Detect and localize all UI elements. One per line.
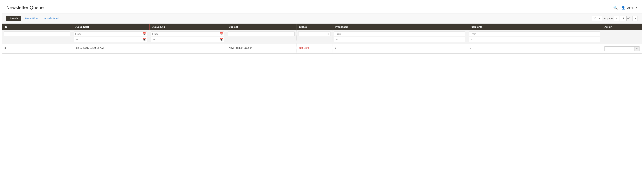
col-status: Status (296, 24, 332, 30)
per-page-select[interactable]: 10 20 30 50 100 200 (592, 16, 602, 21)
search-icon[interactable]: 🔍 (613, 5, 618, 10)
col-id: ID (2, 24, 72, 30)
calendar-icon-queue-start-to[interactable]: 📅 (142, 38, 146, 41)
filter-subject-cell (226, 30, 296, 44)
username-label: admin (627, 6, 634, 9)
calendar-icon-queue-end-to[interactable]: 📅 (220, 38, 223, 41)
filter-queue-start-from-wrap: 📅 (74, 31, 147, 36)
filter-processed-to-input[interactable] (334, 37, 465, 42)
filter-queue-start-to-input[interactable] (75, 38, 142, 41)
per-page-label: per page (603, 17, 612, 20)
toolbar-left: Search Reset Filter 1 records found (6, 16, 59, 21)
search-button[interactable]: Search (6, 16, 22, 21)
filter-recipients-from-input[interactable] (469, 31, 600, 36)
filter-processed-cell (332, 30, 467, 44)
reset-filter-link[interactable]: Reset Filter (25, 17, 38, 20)
header: Newsletter Queue 🔍 👤 admin ▼ (2, 2, 642, 13)
filter-queue-start-cell: 📅 📅 (72, 30, 149, 44)
filter-status-cell: Not Sent Sent ▼ (296, 30, 332, 44)
user-icon: 👤 (621, 6, 625, 10)
filter-queue-end-from-input[interactable] (152, 33, 219, 35)
main-table: ID Queue Start ↑ Queue End Subject Statu… (2, 24, 642, 54)
filter-queue-end-to-wrap: 📅 (151, 37, 224, 42)
user-dropdown-icon: ▼ (636, 6, 638, 9)
filter-action-cell (602, 30, 642, 44)
pagination-current-page: 1 (620, 16, 626, 21)
table-wrap: ID Queue Start ↑ Queue End Subject Statu… (2, 24, 642, 54)
toolbar: Search Reset Filter 1 records found 10 2… (2, 13, 642, 24)
filter-id-input[interactable] (4, 31, 70, 36)
calendar-icon-queue-end-from[interactable]: 📅 (220, 32, 223, 36)
filter-row: 📅 📅 📅 (2, 30, 642, 44)
filter-id-cell (2, 30, 72, 44)
filter-status-select-arrow[interactable]: ▼ (326, 32, 330, 36)
action-select[interactable]: View Delete (605, 47, 634, 51)
filter-recipients-to-input[interactable] (469, 37, 600, 42)
per-page-select-wrap: 10 20 30 50 100 200 per page (592, 16, 612, 21)
filter-subject-input[interactable] (228, 31, 294, 36)
filter-status-select-wrap: Not Sent Sent ▼ (298, 31, 330, 36)
row-subject-cell: New Product Launch (226, 44, 296, 54)
filter-processed-from-input[interactable] (334, 31, 465, 36)
filter-queue-end-from-wrap: 📅 (151, 31, 224, 36)
col-processed: Processed (332, 24, 467, 30)
pagination-of-label: of 1 (627, 17, 632, 20)
filter-status-select[interactable]: Not Sent Sent (298, 32, 326, 36)
row-processed-cell: 0 (332, 44, 467, 54)
action-select-arrow[interactable]: ▼ (634, 47, 639, 51)
filter-queue-start-to-wrap: 📅 (74, 37, 147, 42)
col-queue-end[interactable]: Queue End (149, 24, 226, 30)
toolbar-right: 10 20 30 50 100 200 per page < 1 of 1 > (592, 16, 638, 21)
filter-queue-start-from-input[interactable] (75, 33, 142, 35)
filter-queue-end-to-input[interactable] (152, 38, 219, 41)
row-recipients-cell: 0 (467, 44, 602, 54)
header-right: 🔍 👤 admin ▼ (613, 5, 638, 10)
table-row: 3 Feb 2, 2021, 10:10:16 AM ---- New Prod… (2, 44, 642, 54)
col-queue-start[interactable]: Queue Start ↑ (72, 24, 149, 30)
filter-recipients-cell (467, 30, 602, 44)
row-queue-end-cell: ---- (149, 44, 226, 54)
page-wrapper: Newsletter Queue 🔍 👤 admin ▼ Search Rese… (2, 2, 642, 54)
row-queue-start-cell: Feb 2, 2021, 10:10:16 AM (72, 44, 149, 54)
pagination-prev-button[interactable]: < (614, 16, 620, 21)
sort-icon-queue-start: ↑ (90, 26, 92, 28)
col-subject: Subject (226, 24, 296, 30)
row-id-cell: 3 (2, 44, 72, 54)
user-menu[interactable]: 👤 admin ▼ (621, 6, 638, 10)
row-action-cell: View Delete ▼ (602, 44, 642, 54)
col-action: Action (602, 24, 642, 30)
calendar-icon-queue-start-from[interactable]: 📅 (142, 32, 146, 36)
page-title: Newsletter Queue (6, 5, 44, 10)
table-header-row: ID Queue Start ↑ Queue End Subject Statu… (2, 24, 642, 30)
records-found-label: 1 records found (42, 17, 59, 20)
row-status-cell: Not Sent (296, 44, 332, 54)
pagination-next-button[interactable]: > (632, 16, 638, 21)
filter-queue-end-cell: 📅 📅 (149, 30, 226, 44)
action-select-wrap: View Delete ▼ (604, 46, 640, 51)
pagination-nav: < 1 of 1 > (614, 16, 638, 21)
col-recipients: Recipients (467, 24, 602, 30)
